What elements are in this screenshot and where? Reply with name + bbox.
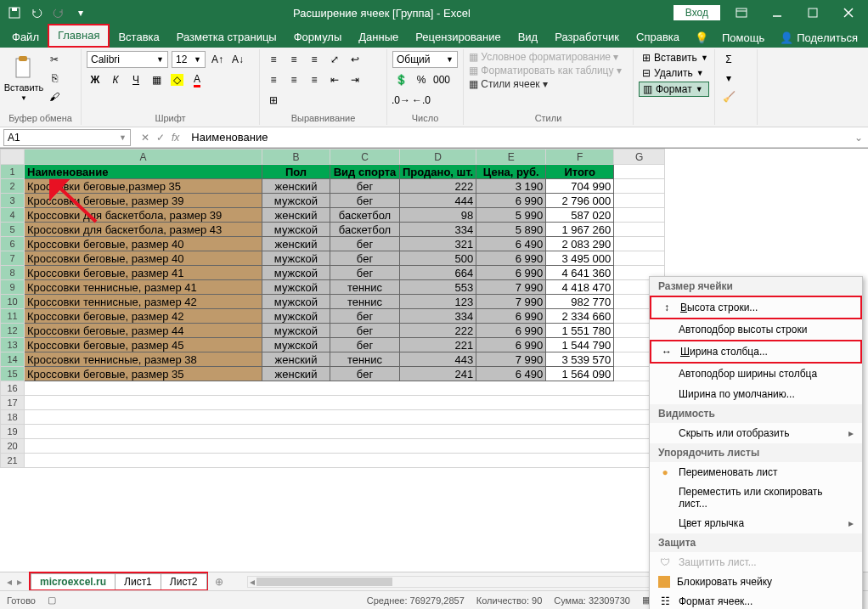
status-sum: Сумма: 32309730: [554, 595, 630, 606]
tab-data[interactable]: Данные: [350, 27, 407, 48]
sheet-tab-1[interactable]: microexcel.ru: [31, 573, 116, 589]
group-number-label: Число: [392, 113, 458, 123]
sheet-nav-prev-icon[interactable]: ◂: [7, 576, 12, 588]
protect-sheet-item[interactable]: 🛡Защитить лист...: [650, 552, 862, 572]
tell-me-icon[interactable]: 💡: [688, 28, 715, 48]
align-right-icon[interactable]: ≡: [306, 71, 323, 88]
cell-styles-button[interactable]: ▦ Стили ячеек ▾: [469, 78, 548, 90]
maximize-icon[interactable]: [798, 1, 827, 25]
svg-rect-8: [16, 59, 30, 77]
clear-icon[interactable]: 🧹: [720, 88, 737, 105]
format-table-button[interactable]: ▦ Форматировать как таблицу ▾: [469, 65, 622, 76]
align-center-icon[interactable]: ≡: [285, 71, 302, 88]
delete-button[interactable]: ⊟Удалить▼: [639, 66, 709, 80]
number-format-combo[interactable]: Общий▼: [392, 51, 458, 68]
tab-color-item[interactable]: Цвет ярлычка▸: [650, 513, 862, 533]
insert-button[interactable]: ⊞Вставить▼: [639, 51, 709, 65]
font-size-combo[interactable]: 12▼: [172, 51, 206, 68]
minimize-icon[interactable]: [763, 1, 792, 25]
window-title: Расширение ячеек [Группа] - Excel: [90, 7, 674, 20]
status-ready: Готово: [7, 595, 36, 606]
cond-format-button[interactable]: ▦ Условное форматирование ▾: [469, 51, 618, 63]
redo-icon[interactable]: [49, 3, 68, 22]
borders-icon[interactable]: ▦: [148, 71, 165, 88]
fx-icon[interactable]: fx: [172, 132, 179, 144]
align-middle-icon[interactable]: ≡: [285, 51, 302, 68]
tab-help[interactable]: Справка: [628, 27, 688, 48]
align-bottom-icon[interactable]: ≡: [306, 51, 323, 68]
tab-file[interactable]: Файл: [3, 27, 48, 48]
ribbon-tabs: Файл Главная Вставка Разметка страницы Ф…: [0, 25, 868, 48]
tab-page-layout[interactable]: Разметка страницы: [168, 27, 285, 48]
underline-icon[interactable]: Ч: [127, 71, 144, 88]
increase-indent-icon[interactable]: ⇥: [347, 71, 364, 88]
bold-icon[interactable]: Ж: [87, 71, 104, 88]
orientation-icon[interactable]: ⤢: [326, 51, 343, 68]
ribbon-mode-icon[interactable]: [727, 1, 756, 25]
comma-icon[interactable]: 000: [433, 71, 450, 88]
merge-icon[interactable]: ⊞: [265, 92, 282, 109]
rename-sheet-item[interactable]: ●Переименовать лист: [650, 462, 862, 482]
group-clipboard-label: Буфер обмена: [5, 113, 76, 123]
decrease-decimal-icon[interactable]: ←.0: [413, 92, 430, 109]
increase-font-icon[interactable]: A↑: [209, 51, 226, 68]
currency-icon[interactable]: 💲: [392, 71, 409, 88]
formula-bar: A1▼ ✕ ✓ fx Наименование ⌄: [0, 127, 868, 148]
hide-show-item[interactable]: Скрыть или отобразить▸: [650, 423, 862, 443]
macro-record-icon[interactable]: ▢: [48, 595, 56, 606]
login-button[interactable]: Вход: [674, 5, 720, 20]
font-color-icon[interactable]: A: [189, 71, 206, 88]
align-top-icon[interactable]: ≡: [265, 51, 282, 68]
copy-icon[interactable]: ⎘: [46, 70, 63, 87]
enter-formula-icon[interactable]: ✓: [156, 132, 165, 144]
autosum-icon[interactable]: Σ: [720, 51, 737, 68]
expand-formula-icon[interactable]: ⌄: [849, 132, 868, 144]
sheet-nav-next-icon[interactable]: ▸: [17, 576, 22, 588]
sheet-tab-2[interactable]: Лист1: [115, 573, 161, 589]
move-sheet-item[interactable]: Переместить или скопировать лист...: [650, 482, 862, 513]
tab-review[interactable]: Рецензирование: [407, 27, 509, 48]
group-font-label: Шрифт: [87, 113, 254, 123]
save-icon[interactable]: [5, 3, 24, 22]
undo-icon[interactable]: [27, 3, 46, 22]
increase-decimal-icon[interactable]: .0→: [392, 92, 409, 109]
group-cells-label: [639, 113, 709, 123]
row-height-item[interactable]: ↕ВВысота строки...ысота строки...: [650, 296, 862, 319]
svg-rect-1: [12, 8, 17, 11]
name-box[interactable]: A1▼: [3, 129, 131, 146]
autofit-row-item[interactable]: Автоподбор высоты строки: [650, 319, 862, 340]
add-sheet-icon[interactable]: ⊕: [208, 576, 230, 588]
cut-icon[interactable]: ✂: [46, 51, 63, 68]
svg-rect-5: [809, 8, 817, 17]
qat-more-icon[interactable]: ▾: [71, 3, 90, 22]
tab-insert[interactable]: Вставка: [110, 27, 167, 48]
fill-color-icon[interactable]: ◇: [168, 71, 185, 88]
close-icon[interactable]: [834, 1, 863, 25]
decrease-indent-icon[interactable]: ⇤: [326, 71, 343, 88]
sheet-tab-3[interactable]: Лист2: [161, 573, 207, 589]
lock-cell-item[interactable]: Блокировать ячейку: [650, 572, 862, 591]
font-name-combo[interactable]: Calibri▼: [87, 51, 168, 68]
column-width-item[interactable]: ↔ШШирина столбца...ирина столбца...: [650, 340, 862, 364]
italic-icon[interactable]: К: [107, 71, 124, 88]
paste-button[interactable]: Вставить▼: [5, 55, 42, 102]
tab-formulas[interactable]: Формулы: [285, 27, 351, 48]
cancel-formula-icon[interactable]: ✕: [141, 132, 149, 144]
decrease-font-icon[interactable]: A↓: [229, 51, 246, 68]
align-left-icon[interactable]: ≡: [265, 71, 282, 88]
autofit-col-item[interactable]: Автоподбор ширины столбца: [650, 364, 862, 384]
format-button[interactable]: ▥Формат▼: [639, 82, 709, 97]
tab-view[interactable]: Вид: [510, 27, 547, 48]
formula-input[interactable]: Наименование: [186, 131, 849, 144]
fill-icon[interactable]: ▾: [720, 70, 737, 87]
wrap-text-icon[interactable]: ↩: [347, 51, 364, 68]
share-button[interactable]: 👤Поделиться: [773, 28, 865, 48]
format-cells-item[interactable]: ☷Формат ячеек...: [650, 591, 862, 609]
tab-home[interactable]: Главная: [48, 24, 110, 48]
percent-icon[interactable]: %: [413, 71, 430, 88]
worksheet-grid[interactable]: ABCDEFG1НаименованиеПолВид спортаПродано…: [0, 148, 868, 572]
default-width-item[interactable]: Ширина по умолчанию...: [650, 384, 862, 404]
help-link[interactable]: Помощь: [715, 28, 771, 48]
format-painter-icon[interactable]: 🖌: [46, 88, 63, 105]
tab-developer[interactable]: Разработчик: [546, 27, 628, 48]
